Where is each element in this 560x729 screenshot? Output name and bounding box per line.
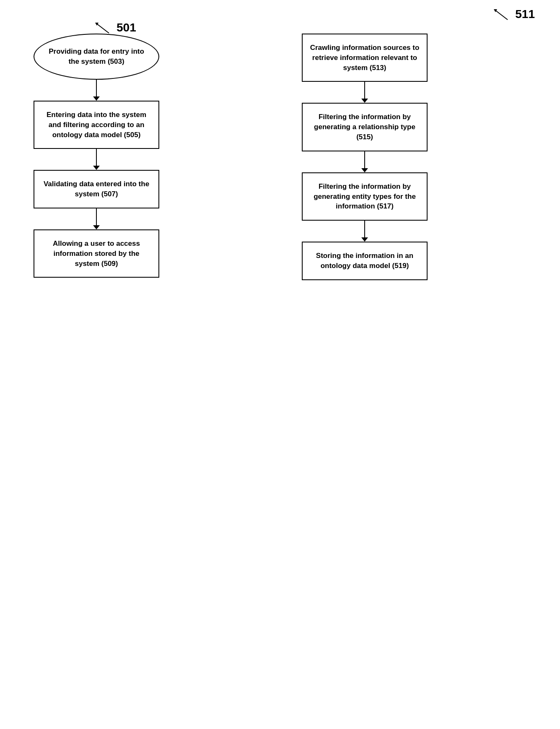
label-511: 511 xyxy=(515,8,535,21)
arrow-501-icon xyxy=(92,21,113,34)
node-517: Filtering the information by generating … xyxy=(302,172,428,221)
node-505: Entering data into the system and filter… xyxy=(34,101,159,149)
label-511-group: 511 xyxy=(491,8,535,21)
connector-505-507 xyxy=(25,149,168,170)
right-column: Crawling information sources to retrieve… xyxy=(293,34,436,280)
svg-line-0 xyxy=(96,23,109,33)
connector-515-517 xyxy=(293,151,436,172)
node-503: Providing data for entry into the system… xyxy=(34,34,159,80)
label-501: 501 xyxy=(117,21,136,34)
connector-507-509 xyxy=(25,208,168,229)
arrow-511-icon xyxy=(491,8,512,21)
connector-503-505 xyxy=(25,80,168,101)
node-519: Storing the information in an ontology d… xyxy=(302,242,428,280)
connector-513-515 xyxy=(293,82,436,103)
node-507: Validating data entered into the system … xyxy=(34,170,159,208)
node-509: Allowing a user to access information st… xyxy=(34,229,159,278)
connector-517-519 xyxy=(293,221,436,242)
left-column: Providing data for entry into the system… xyxy=(25,34,168,278)
label-501-group: 501 xyxy=(92,21,136,34)
diagram-container: 501 511 Providing data for entry into th… xyxy=(0,0,560,729)
node-513: Crawling information sources to retrieve… xyxy=(302,34,428,82)
svg-line-2 xyxy=(495,10,508,20)
node-515: Filtering the information by generating … xyxy=(302,103,428,151)
